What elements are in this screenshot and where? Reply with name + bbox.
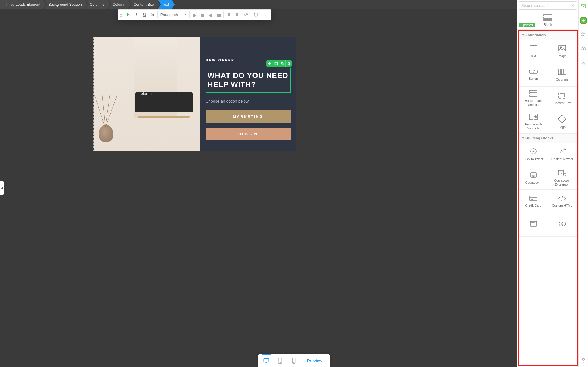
element-tile-background-section[interactable]: Background Section bbox=[519, 87, 548, 110]
svg-rect-28 bbox=[530, 93, 537, 94]
svg-text:3: 3 bbox=[235, 15, 235, 17]
widget-heading-text: WHAT DO YOU NEED HELP WITH? bbox=[208, 71, 288, 89]
svg-point-6 bbox=[254, 13, 257, 14]
left-panel-toggle[interactable]: ◀ bbox=[0, 181, 4, 195]
right-sidebar: ✕ Updated Block Foundation Text I bbox=[517, 0, 588, 367]
svg-point-22 bbox=[560, 47, 562, 48]
element-tile-extra-b[interactable] bbox=[548, 213, 577, 237]
delete-icon[interactable] bbox=[285, 60, 292, 67]
widget-button-marketing[interactable]: MARKETING bbox=[206, 110, 291, 123]
svg-rect-27 bbox=[530, 90, 537, 92]
element-tile-countdown[interactable]: 12 Countdown bbox=[519, 166, 548, 190]
device-tablet-button[interactable] bbox=[273, 356, 287, 366]
svg-point-7 bbox=[265, 13, 266, 14]
svg-rect-20 bbox=[544, 19, 552, 21]
cloud-download-icon[interactable] bbox=[580, 45, 587, 52]
device-mobile-button[interactable] bbox=[287, 356, 301, 366]
svg-rect-41 bbox=[530, 196, 537, 201]
svg-point-1 bbox=[227, 14, 227, 15]
column-placeholder-label: olumn bbox=[141, 91, 152, 96]
underline-button[interactable]: U bbox=[141, 11, 148, 18]
align-center-button[interactable] bbox=[199, 11, 206, 18]
breadcrumb-item[interactable]: Columns bbox=[86, 0, 110, 9]
updated-badge: Updated bbox=[519, 23, 535, 27]
breadcrumb-bar: Thrive Leads Element Background Section … bbox=[0, 0, 588, 9]
elements-highlight-box: Foundation Text Image Button Columns bbox=[518, 30, 578, 366]
svg-point-8 bbox=[265, 14, 266, 15]
chevron-down-icon bbox=[522, 137, 524, 139]
element-tile-extra-a[interactable] bbox=[519, 213, 548, 237]
element-tile-logo[interactable]: Logo bbox=[548, 110, 577, 134]
ordered-list-button[interactable]: 123 bbox=[233, 11, 240, 18]
svg-point-15 bbox=[280, 362, 280, 363]
element-tile-templates-symbols[interactable]: Templates & Symbols bbox=[519, 110, 548, 134]
elements-search: ✕ bbox=[519, 1, 577, 10]
elements-search-input[interactable] bbox=[519, 1, 577, 10]
svg-rect-24 bbox=[558, 69, 560, 75]
duplicate-icon[interactable] bbox=[279, 60, 285, 67]
chevron-down-icon bbox=[184, 14, 187, 15]
link-button[interactable] bbox=[243, 11, 249, 18]
svg-point-46 bbox=[563, 224, 564, 224]
clear-search-icon[interactable]: ✕ bbox=[571, 3, 575, 8]
section-title: Foundation bbox=[525, 33, 546, 37]
element-tile-credit-card[interactable]: Credit Card bbox=[519, 190, 548, 213]
paragraph-format-select[interactable]: Paragraph bbox=[159, 11, 188, 18]
bold-button[interactable]: B bbox=[125, 11, 131, 18]
database-button[interactable] bbox=[252, 11, 259, 18]
italic-button[interactable]: I bbox=[133, 11, 140, 18]
element-tile-columns[interactable]: Columns bbox=[548, 63, 577, 87]
breadcrumb-item-active[interactable]: Text bbox=[158, 0, 175, 9]
align-justify-button[interactable] bbox=[215, 11, 222, 18]
editor-canvas[interactable]: ◀ olumn NEW OFFER WHAT DO YOU NEED HELP … bbox=[0, 9, 588, 367]
preview-button[interactable]: Preview bbox=[301, 356, 329, 366]
element-tile-custom-html[interactable]: Custom HTML bbox=[548, 190, 577, 213]
element-tile-countdown-evergreen[interactable]: 12 Countdown Evergreen bbox=[548, 166, 577, 190]
save-icon[interactable] bbox=[273, 60, 279, 67]
section-title: Building Blocks bbox=[525, 136, 554, 140]
element-tile-content-box[interactable]: Content Box bbox=[548, 87, 577, 110]
element-tile-content-reveal[interactable]: Content Reveal bbox=[548, 143, 577, 166]
breadcrumb-item[interactable]: Column bbox=[109, 0, 131, 9]
svg-rect-25 bbox=[561, 69, 563, 75]
mail-icon[interactable] bbox=[580, 3, 587, 10]
breadcrumb-item[interactable]: Thrive Leads Element bbox=[0, 0, 46, 9]
section-foundation-header[interactable]: Foundation bbox=[519, 31, 577, 40]
add-element-button[interactable]: ＋ bbox=[580, 17, 587, 24]
device-preview-bar: Preview bbox=[258, 354, 330, 367]
unordered-list-button[interactable] bbox=[225, 11, 232, 18]
sliders-icon[interactable] bbox=[580, 31, 587, 38]
widget-image-column[interactable]: olumn bbox=[94, 37, 200, 151]
svg-point-9 bbox=[265, 15, 266, 16]
align-left-button[interactable] bbox=[191, 11, 198, 18]
device-desktop-button[interactable] bbox=[260, 356, 273, 366]
more-button[interactable] bbox=[262, 11, 269, 18]
svg-point-0 bbox=[227, 13, 227, 14]
svg-rect-10 bbox=[275, 62, 277, 65]
gear-icon[interactable] bbox=[580, 60, 587, 67]
svg-point-2 bbox=[227, 15, 227, 16]
widget-label[interactable]: NEW OFFER bbox=[206, 59, 235, 63]
element-tile-image[interactable]: Image bbox=[548, 40, 577, 63]
move-icon[interactable] bbox=[266, 60, 273, 67]
drag-handle-icon[interactable] bbox=[120, 11, 123, 18]
widget-subtext[interactable]: Choose an option below: bbox=[206, 99, 291, 104]
breadcrumb-item[interactable]: Content Box bbox=[129, 0, 160, 9]
svg-point-48 bbox=[582, 33, 583, 34]
breadcrumb-item[interactable]: Background Section bbox=[44, 0, 87, 9]
element-tile-click-to-tweet[interactable]: Click to Tweet bbox=[519, 143, 548, 166]
chevron-down-icon bbox=[522, 34, 524, 36]
widget-button-design[interactable]: DESIGN bbox=[206, 128, 291, 140]
vertical-toolbar: ＋ bbox=[578, 0, 588, 367]
strikethrough-button[interactable]: S bbox=[149, 11, 156, 18]
help-icon[interactable] bbox=[580, 357, 587, 364]
breadcrumbs: Thrive Leads Element Background Section … bbox=[0, 0, 173, 9]
section-building-blocks-header[interactable]: Building Blocks bbox=[519, 134, 577, 143]
element-tile-text[interactable]: Text bbox=[519, 40, 548, 63]
element-tile-button[interactable]: Button bbox=[519, 63, 548, 87]
align-right-button[interactable] bbox=[207, 11, 214, 18]
widget-heading-selected[interactable]: WHAT DO YOU NEED HELP WITH? bbox=[206, 68, 291, 93]
svg-point-49 bbox=[584, 35, 585, 36]
svg-rect-32 bbox=[529, 114, 533, 120]
svg-rect-35 bbox=[558, 115, 566, 123]
